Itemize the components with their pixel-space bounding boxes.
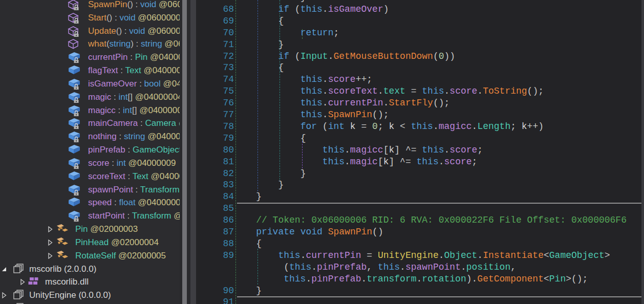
code-line[interactable]: 90 } (196, 285, 644, 297)
lock-icon (73, 189, 79, 196)
chevron-collapsed-icon[interactable] (47, 238, 55, 247)
code-text: } (234, 168, 306, 180)
chevron-collapsed-icon[interactable] (1, 291, 9, 299)
tree-row[interactable]: RotateSelf @02000005 (0, 249, 180, 263)
field-brick-icon (67, 131, 81, 142)
code-text: return; (234, 27, 339, 39)
line-number: 69 (203, 15, 234, 27)
code-line[interactable]: 88 { (196, 238, 644, 250)
code-line[interactable]: 83 } (196, 179, 644, 191)
assembly-stack-icon (13, 290, 27, 301)
tree-row[interactable]: PinHead @02000004 (0, 236, 180, 249)
code-editor[interactable]: }68 if (this.isGameOver)69 {70 return;71… (196, 0, 644, 304)
code-line[interactable]: 76 this.currentPin.StartFly(); (196, 97, 644, 109)
tree-row[interactable]: startPoint : Transform @0400000D (0, 209, 180, 223)
lock-icon (73, 122, 79, 129)
tree-row-label: magicc : int[] @04000005 (88, 104, 180, 117)
tree-row[interactable]: Pin @02000003 (0, 223, 180, 236)
tree-row[interactable]: Update() : void @06000005 (0, 25, 180, 38)
tree-row[interactable]: flagText : Text @04000002 (0, 64, 180, 77)
decompiler-window: SpawnPin() : void @06000006Start() : voi… (0, 0, 644, 304)
tree-row[interactable]: currentPin : Pin @04000001 (0, 51, 180, 64)
line-number: 79 (203, 133, 234, 144)
code-line[interactable]: 71 } (196, 39, 644, 51)
code-line[interactable]: 79 { (196, 133, 644, 144)
code-line[interactable]: 73 { (196, 62, 644, 74)
tree-row[interactable] (0, 302, 180, 304)
tree-row-label: what(string) : string @06000008 (88, 38, 180, 50)
code-text: this.score++; (234, 74, 372, 85)
code-line[interactable]: 81 this.magic[k] ^= this.score; (196, 156, 644, 168)
code-line[interactable]: 70 return; (196, 27, 644, 39)
tree-row[interactable]: scoreText : Text @0400000A (0, 170, 180, 183)
tree-row[interactable]: isGameOver : bool @04000003 (0, 77, 180, 91)
field-brick-icon (67, 184, 81, 196)
code-text: } (234, 179, 284, 191)
line-number: 84 (203, 191, 234, 203)
tree-row[interactable]: magic : int[] @04000004 (0, 91, 180, 104)
tree-row[interactable]: Start() : void @06000004 (0, 11, 180, 25)
tree-row[interactable]: SpawnPin() : void @06000006 (0, 0, 180, 11)
editor-right-edge (641, 0, 644, 304)
tree-scrollbar-thumb[interactable] (182, 0, 187, 304)
chevron-collapsed-icon[interactable] (47, 225, 55, 233)
tree-row-label: speed : float @0400000C (88, 197, 180, 209)
code-line[interactable]: this.pinPrefab.transform.rotation).GetCo… (196, 273, 644, 285)
chevron-expanded-icon[interactable] (1, 265, 9, 273)
code-text: this.pinPrefab.transform.rotation).GetCo… (234, 273, 588, 285)
code-line[interactable]: 78 for (int k = 0; k < this.magicc.Lengt… (196, 121, 644, 133)
tree-row-label: flagText : Text @04000002 (88, 64, 180, 77)
code-line[interactable]: 82 } (196, 168, 644, 180)
line-number: 80 (203, 144, 234, 156)
code-line[interactable]: 69 { (196, 15, 644, 27)
code-line[interactable]: 74 this.score++; (196, 74, 644, 85)
tree-row-label: magic : int[] @04000004 (88, 91, 180, 103)
tree-row[interactable]: spawnPoint : Transform @0400000B (0, 183, 180, 197)
code-line[interactable]: 85 (196, 203, 644, 214)
tree-row-label: spawnPoint : Transform @0400000B (88, 184, 180, 196)
tree-row[interactable]: what(string) : string @06000008 (0, 37, 180, 51)
code-text: this.currentPin = UnityEngine.Object.Ins… (234, 250, 610, 262)
tree-row[interactable]: speed : float @0400000C (0, 196, 180, 209)
code-line[interactable]: 91 (196, 296, 644, 304)
method-cube-icon (67, 38, 81, 50)
code-line[interactable]: 75 this.scoreText.text = this.score.ToSt… (196, 85, 644, 97)
tree-row[interactable]: magicc : int[] @04000005 (0, 104, 180, 117)
code-text: { (234, 133, 306, 144)
code-line[interactable]: 77 this.SpawnPin(); (196, 109, 644, 121)
tree-row-label: currentPin : Pin @04000001 (88, 51, 180, 63)
code-text: this.magicc[k] ^= this.score; (234, 144, 483, 156)
code-text: { (234, 15, 284, 27)
line-number: 74 (203, 74, 234, 85)
code-line[interactable]: 86 // Token: 0x06000006 RID: 6 RVA: 0x00… (196, 214, 644, 226)
code-text: this.SpawnPin(); (234, 109, 389, 121)
assembly-tree[interactable]: SpawnPin() : void @06000006Start() : voi… (0, 0, 180, 304)
tree-row[interactable]: UnityEngine (0.0.0.0) (0, 289, 180, 302)
code-text: } (234, 285, 262, 297)
chevron-collapsed-icon[interactable] (47, 252, 55, 260)
tree-row-label: mscorlib (2.0.0.0) (29, 263, 96, 275)
tree-row-label: mscorlib.dll (45, 276, 89, 288)
tree-row[interactable]: pinPrefab : GameObject @04000008 (0, 143, 180, 157)
code-line[interactable]: (this.pinPrefab, this.spawnPoint.positio… (196, 262, 644, 273)
chevron-collapsed-icon[interactable] (19, 278, 27, 286)
code-line[interactable]: 80 this.magicc[k] ^= this.score; (196, 144, 644, 156)
lock-icon (73, 136, 79, 142)
tree-row-label: isGameOver : bool @04000003 (88, 78, 180, 90)
tree-row[interactable]: mainCamera : Camera @04000006 (0, 117, 180, 130)
code-line[interactable]: 84 } (196, 191, 644, 203)
code-line[interactable]: 68 if (this.isGameOver) (196, 4, 644, 15)
tree-row[interactable]: nothing : string @04000007 (0, 130, 180, 143)
tree-row-label: startPoint : Transform @0400000D (88, 210, 180, 222)
line-number: 89 (203, 250, 234, 262)
tree-row[interactable]: score : int @04000009 (0, 157, 180, 170)
line-number: 77 (203, 109, 234, 121)
code-line[interactable]: 87 private void SpawnPin() (196, 226, 644, 238)
code-text: { (234, 62, 284, 74)
lock-icon (73, 215, 79, 222)
tree-row[interactable]: mscorlib.dll (0, 275, 180, 289)
code-line[interactable]: 72 if (Input.GetMouseButtonDown(0)) (196, 51, 644, 62)
tree-row[interactable]: mscorlib (2.0.0.0) (0, 263, 180, 276)
panel-splitter[interactable] (190, 0, 196, 304)
code-line[interactable]: 89 this.currentPin = UnityEngine.Object.… (196, 250, 644, 262)
